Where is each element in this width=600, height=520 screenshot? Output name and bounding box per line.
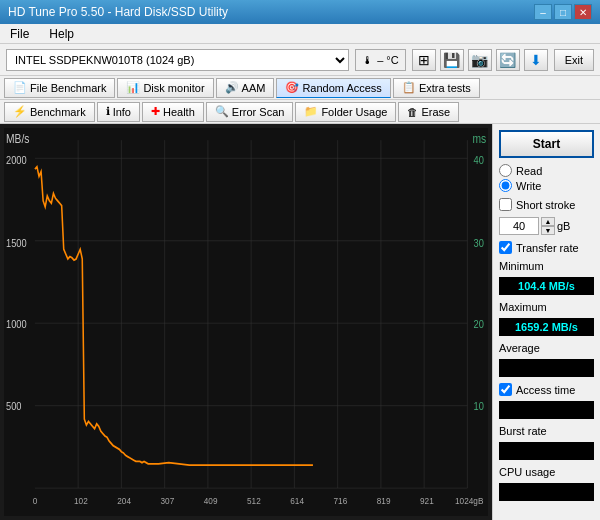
read-radio[interactable] (499, 164, 512, 177)
random-access-icon: 🎯 (285, 81, 299, 94)
error-scan-icon: 🔍 (215, 105, 229, 118)
average-label: Average (499, 342, 594, 354)
close-button[interactable]: ✕ (574, 4, 592, 20)
svg-text:512: 512 (247, 495, 261, 506)
minimum-label: Minimum (499, 260, 594, 272)
exit-button[interactable]: Exit (554, 49, 594, 71)
thermometer-icon: 🌡 (362, 54, 373, 66)
short-stroke-checkbox-label[interactable]: Short stroke (499, 198, 594, 211)
maximum-label: Maximum (499, 301, 594, 313)
stroke-unit-label: gB (557, 220, 570, 232)
svg-text:30: 30 (474, 237, 485, 249)
icon-btn-4[interactable]: 🔄 (496, 49, 520, 71)
spinner-buttons: ▲ ▼ (541, 217, 555, 235)
transfer-rate-checkbox[interactable] (499, 241, 512, 254)
tab-aam[interactable]: 🔊 AAM (216, 78, 275, 98)
burst-rate-label: Burst rate (499, 425, 594, 437)
svg-text:1000: 1000 (6, 318, 27, 330)
right-panel: Start Read Write Short stroke ▲ ▼ gB (492, 124, 600, 520)
read-label: Read (516, 165, 542, 177)
spinner-row: ▲ ▼ gB (499, 217, 594, 235)
stroke-size-input[interactable] (499, 217, 539, 235)
extra-tests-icon: 📋 (402, 81, 416, 94)
svg-text:614: 614 (290, 495, 304, 506)
benchmark-icon: ⚡ (13, 105, 27, 118)
svg-text:921: 921 (420, 495, 434, 506)
icon-btn-1[interactable]: ⊞ (412, 49, 436, 71)
access-time-value (499, 401, 594, 419)
tab-disk-monitor[interactable]: 📊 Disk monitor (117, 78, 213, 98)
svg-text:20: 20 (474, 318, 485, 330)
write-radio-label[interactable]: Write (499, 179, 594, 192)
short-stroke-label: Short stroke (516, 199, 575, 211)
tab-row-1: 📄 File Benchmark 📊 Disk monitor 🔊 AAM 🎯 … (0, 76, 600, 100)
erase-icon: 🗑 (407, 106, 418, 118)
access-time-checkbox[interactable] (499, 383, 512, 396)
chart-area: MB/s 2000 1500 1000 500 ms 40 30 20 10 (0, 124, 492, 520)
temp-display: 🌡 – °C (355, 49, 406, 71)
info-icon: ℹ (106, 105, 110, 118)
drive-selector[interactable]: INTEL SSDPEKNW010T8 (1024 gB) (6, 49, 349, 71)
svg-text:MB/s: MB/s (6, 132, 30, 145)
minimum-value: 104.4 MB/s (499, 277, 594, 295)
title-bar-controls: – □ ✕ (534, 4, 592, 20)
write-label: Write (516, 180, 541, 192)
svg-text:204: 204 (117, 495, 131, 506)
tab-info[interactable]: ℹ Info (97, 102, 140, 122)
cpu-usage-label: CPU usage (499, 466, 594, 478)
access-time-label: Access time (516, 384, 575, 396)
svg-text:40: 40 (474, 155, 485, 167)
minimize-button[interactable]: – (534, 4, 552, 20)
tab-erase[interactable]: 🗑 Erase (398, 102, 459, 122)
tab-row-2: ⚡ Benchmark ℹ Info ✚ Health 🔍 Error Scan… (0, 100, 600, 124)
short-stroke-checkbox[interactable] (499, 198, 512, 211)
aam-icon: 🔊 (225, 81, 239, 94)
svg-text:10: 10 (474, 401, 485, 413)
svg-text:2000: 2000 (6, 155, 27, 167)
svg-text:ms: ms (473, 132, 487, 145)
radio-group: Read Write (499, 164, 594, 192)
svg-text:1500: 1500 (6, 237, 27, 249)
toolbar-icons: ⊞ 💾 📷 🔄 ⬇ (412, 49, 548, 71)
svg-text:307: 307 (161, 495, 175, 506)
cpu-usage-value (499, 483, 594, 501)
chart-svg: MB/s 2000 1500 1000 500 ms 40 30 20 10 (4, 128, 488, 516)
svg-text:0: 0 (33, 495, 38, 506)
average-value (499, 359, 594, 377)
start-button[interactable]: Start (499, 130, 594, 158)
disk-monitor-icon: 📊 (126, 81, 140, 94)
main-content: MB/s 2000 1500 1000 500 ms 40 30 20 10 (0, 124, 600, 520)
maximum-value: 1659.2 MB/s (499, 318, 594, 336)
folder-usage-icon: 📁 (304, 105, 318, 118)
svg-text:102: 102 (74, 495, 88, 506)
burst-rate-value (499, 442, 594, 460)
svg-text:500: 500 (6, 401, 22, 413)
tab-extra-tests[interactable]: 📋 Extra tests (393, 78, 480, 98)
tab-folder-usage[interactable]: 📁 Folder Usage (295, 102, 396, 122)
tab-health[interactable]: ✚ Health (142, 102, 204, 122)
icon-btn-5[interactable]: ⬇ (524, 49, 548, 71)
transfer-rate-label: Transfer rate (516, 242, 579, 254)
read-radio-label[interactable]: Read (499, 164, 594, 177)
tab-random-access[interactable]: 🎯 Random Access (276, 78, 390, 98)
svg-text:1024gB: 1024gB (455, 495, 483, 506)
maximize-button[interactable]: □ (554, 4, 572, 20)
transfer-rate-checkbox-label[interactable]: Transfer rate (499, 241, 594, 254)
title-bar-text: HD Tune Pro 5.50 - Hard Disk/SSD Utility (8, 5, 228, 19)
temp-value: – °C (377, 54, 399, 66)
menu-help[interactable]: Help (43, 27, 80, 41)
menu-file[interactable]: File (4, 27, 35, 41)
access-time-checkbox-label[interactable]: Access time (499, 383, 594, 396)
icon-btn-3[interactable]: 📷 (468, 49, 492, 71)
icon-btn-2[interactable]: 💾 (440, 49, 464, 71)
svg-text:409: 409 (204, 495, 218, 506)
spinner-down-button[interactable]: ▼ (541, 226, 555, 235)
tab-file-benchmark[interactable]: 📄 File Benchmark (4, 78, 115, 98)
write-radio[interactable] (499, 179, 512, 192)
menu-bar: File Help (0, 24, 600, 44)
tab-benchmark[interactable]: ⚡ Benchmark (4, 102, 95, 122)
title-bar: HD Tune Pro 5.50 - Hard Disk/SSD Utility… (0, 0, 600, 24)
spinner-up-button[interactable]: ▲ (541, 217, 555, 226)
health-icon: ✚ (151, 105, 160, 118)
tab-error-scan[interactable]: 🔍 Error Scan (206, 102, 294, 122)
